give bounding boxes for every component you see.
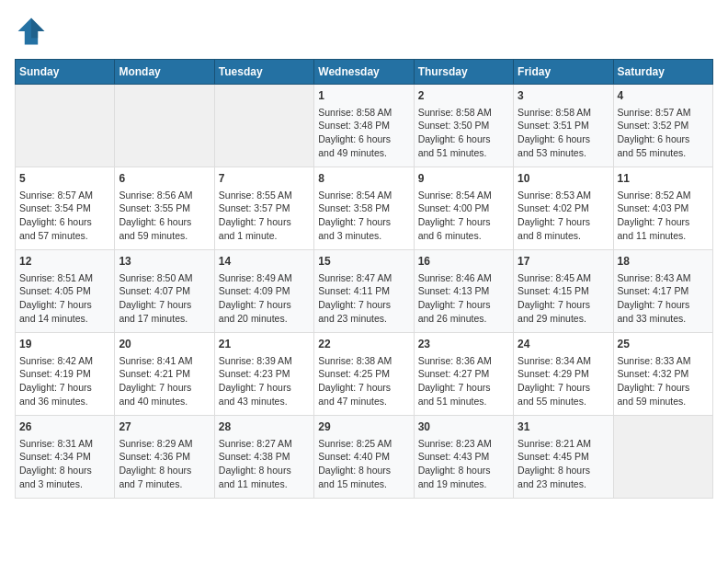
day-number: 15 xyxy=(318,254,409,270)
day-number: 17 xyxy=(518,254,609,270)
calendar-table: SundayMondayTuesdayWednesdayThursdayFrid… xyxy=(15,59,713,499)
day-number: 28 xyxy=(219,419,310,435)
calendar-cell: 16Sunrise: 8:46 AM Sunset: 4:13 PM Dayli… xyxy=(414,250,513,333)
calendar-cell: 28Sunrise: 8:27 AM Sunset: 4:38 PM Dayli… xyxy=(214,416,313,499)
day-info: Sunrise: 8:55 AM Sunset: 3:57 PM Dayligh… xyxy=(219,189,310,243)
calendar-cell: 23Sunrise: 8:36 AM Sunset: 4:27 PM Dayli… xyxy=(414,333,513,416)
day-number: 20 xyxy=(119,337,210,352)
day-number: 14 xyxy=(219,254,310,270)
calendar-cell: 13Sunrise: 8:50 AM Sunset: 4:07 PM Dayli… xyxy=(115,250,214,333)
day-info: Sunrise: 8:58 AM Sunset: 3:48 PM Dayligh… xyxy=(318,106,409,160)
day-number: 2 xyxy=(418,88,509,104)
calendar-cell: 18Sunrise: 8:43 AM Sunset: 4:17 PM Dayli… xyxy=(613,250,712,333)
calendar-week-row: 1Sunrise: 8:58 AM Sunset: 3:48 PM Daylig… xyxy=(16,85,713,167)
day-info: Sunrise: 8:56 AM Sunset: 3:55 PM Dayligh… xyxy=(119,189,210,243)
calendar-cell: 26Sunrise: 8:31 AM Sunset: 4:34 PM Dayli… xyxy=(16,416,115,499)
day-info: Sunrise: 8:31 AM Sunset: 4:34 PM Dayligh… xyxy=(19,437,110,491)
weekday-header-wednesday: Wednesday xyxy=(314,60,414,85)
day-info: Sunrise: 8:57 AM Sunset: 3:52 PM Dayligh… xyxy=(618,106,709,160)
day-number: 1 xyxy=(318,88,409,104)
day-info: Sunrise: 8:25 AM Sunset: 4:40 PM Dayligh… xyxy=(318,437,409,491)
day-info: Sunrise: 8:36 AM Sunset: 4:27 PM Dayligh… xyxy=(418,354,509,408)
calendar-cell: 6Sunrise: 8:56 AM Sunset: 3:55 PM Daylig… xyxy=(115,167,214,250)
day-number: 21 xyxy=(219,337,310,352)
calendar-cell: 22Sunrise: 8:38 AM Sunset: 4:25 PM Dayli… xyxy=(314,333,414,416)
calendar-cell xyxy=(115,85,214,167)
day-info: Sunrise: 8:46 AM Sunset: 4:13 PM Dayligh… xyxy=(418,271,509,326)
calendar-cell: 17Sunrise: 8:45 AM Sunset: 4:15 PM Dayli… xyxy=(514,250,613,333)
day-number: 3 xyxy=(518,88,609,104)
day-number: 6 xyxy=(119,171,210,187)
calendar-cell: 29Sunrise: 8:25 AM Sunset: 4:40 PM Dayli… xyxy=(314,416,414,499)
calendar-cell: 2Sunrise: 8:58 AM Sunset: 3:50 PM Daylig… xyxy=(414,85,513,167)
calendar-week-row: 12Sunrise: 8:51 AM Sunset: 4:05 PM Dayli… xyxy=(16,250,713,333)
weekday-header-thursday: Thursday xyxy=(414,60,513,85)
calendar-cell: 4Sunrise: 8:57 AM Sunset: 3:52 PM Daylig… xyxy=(613,85,712,167)
day-number: 26 xyxy=(19,419,110,435)
calendar-cell: 8Sunrise: 8:54 AM Sunset: 3:58 PM Daylig… xyxy=(314,167,414,250)
day-info: Sunrise: 8:50 AM Sunset: 4:07 PM Dayligh… xyxy=(119,271,210,326)
day-info: Sunrise: 8:39 AM Sunset: 4:23 PM Dayligh… xyxy=(219,354,310,408)
weekday-header-sunday: Sunday xyxy=(16,60,115,85)
calendar-cell xyxy=(214,85,313,167)
day-number: 8 xyxy=(318,171,409,187)
svg-marker-2 xyxy=(31,18,44,39)
day-number: 31 xyxy=(518,419,609,435)
calendar-cell xyxy=(613,416,712,499)
day-number: 25 xyxy=(618,337,709,352)
calendar-cell: 20Sunrise: 8:41 AM Sunset: 4:21 PM Dayli… xyxy=(115,333,214,416)
day-number: 13 xyxy=(119,254,210,270)
day-number: 29 xyxy=(318,419,409,435)
day-number: 10 xyxy=(518,171,609,187)
day-info: Sunrise: 8:33 AM Sunset: 4:32 PM Dayligh… xyxy=(618,354,709,408)
day-number: 5 xyxy=(19,171,110,187)
day-number: 30 xyxy=(418,419,509,435)
day-info: Sunrise: 8:52 AM Sunset: 4:03 PM Dayligh… xyxy=(618,189,709,243)
day-info: Sunrise: 8:58 AM Sunset: 3:51 PM Dayligh… xyxy=(518,106,609,160)
calendar-cell: 15Sunrise: 8:47 AM Sunset: 4:11 PM Dayli… xyxy=(314,250,414,333)
day-info: Sunrise: 8:54 AM Sunset: 3:58 PM Dayligh… xyxy=(318,189,409,243)
day-number: 27 xyxy=(119,419,210,435)
calendar-week-row: 19Sunrise: 8:42 AM Sunset: 4:19 PM Dayli… xyxy=(16,333,713,416)
day-info: Sunrise: 8:49 AM Sunset: 4:09 PM Dayligh… xyxy=(219,271,310,326)
day-info: Sunrise: 8:57 AM Sunset: 3:54 PM Dayligh… xyxy=(19,189,110,243)
day-info: Sunrise: 8:54 AM Sunset: 4:00 PM Dayligh… xyxy=(418,189,509,243)
day-number: 22 xyxy=(318,337,409,352)
logo xyxy=(15,15,51,48)
day-number: 9 xyxy=(418,171,509,187)
calendar-cell: 5Sunrise: 8:57 AM Sunset: 3:54 PM Daylig… xyxy=(16,167,115,250)
calendar-cell: 1Sunrise: 8:58 AM Sunset: 3:48 PM Daylig… xyxy=(314,85,414,167)
day-info: Sunrise: 8:42 AM Sunset: 4:19 PM Dayligh… xyxy=(19,354,110,408)
calendar-cell xyxy=(16,85,115,167)
weekday-header-monday: Monday xyxy=(115,60,214,85)
calendar-cell: 10Sunrise: 8:53 AM Sunset: 4:02 PM Dayli… xyxy=(514,167,613,250)
logo-icon xyxy=(15,15,48,48)
calendar-week-row: 5Sunrise: 8:57 AM Sunset: 3:54 PM Daylig… xyxy=(16,167,713,250)
calendar-cell: 12Sunrise: 8:51 AM Sunset: 4:05 PM Dayli… xyxy=(16,250,115,333)
page-header xyxy=(15,15,713,48)
day-info: Sunrise: 8:43 AM Sunset: 4:17 PM Dayligh… xyxy=(618,271,709,326)
day-number: 11 xyxy=(618,171,709,187)
weekday-header-tuesday: Tuesday xyxy=(214,60,313,85)
day-info: Sunrise: 8:51 AM Sunset: 4:05 PM Dayligh… xyxy=(19,271,110,326)
calendar-cell: 19Sunrise: 8:42 AM Sunset: 4:19 PM Dayli… xyxy=(16,333,115,416)
calendar-cell: 27Sunrise: 8:29 AM Sunset: 4:36 PM Dayli… xyxy=(115,416,214,499)
calendar-cell: 7Sunrise: 8:55 AM Sunset: 3:57 PM Daylig… xyxy=(214,167,313,250)
day-info: Sunrise: 8:53 AM Sunset: 4:02 PM Dayligh… xyxy=(518,189,609,243)
day-number: 12 xyxy=(19,254,110,270)
weekday-header-row: SundayMondayTuesdayWednesdayThursdayFrid… xyxy=(16,60,713,85)
calendar-cell: 21Sunrise: 8:39 AM Sunset: 4:23 PM Dayli… xyxy=(214,333,313,416)
day-info: Sunrise: 8:41 AM Sunset: 4:21 PM Dayligh… xyxy=(119,354,210,408)
day-info: Sunrise: 8:27 AM Sunset: 4:38 PM Dayligh… xyxy=(219,437,310,491)
day-number: 18 xyxy=(618,254,709,270)
weekday-header-friday: Friday xyxy=(514,60,613,85)
day-number: 4 xyxy=(618,88,709,104)
day-info: Sunrise: 8:47 AM Sunset: 4:11 PM Dayligh… xyxy=(318,271,409,326)
day-info: Sunrise: 8:58 AM Sunset: 3:50 PM Dayligh… xyxy=(418,106,509,160)
calendar-cell: 30Sunrise: 8:23 AM Sunset: 4:43 PM Dayli… xyxy=(414,416,513,499)
day-info: Sunrise: 8:29 AM Sunset: 4:36 PM Dayligh… xyxy=(119,437,210,491)
calendar-week-row: 26Sunrise: 8:31 AM Sunset: 4:34 PM Dayli… xyxy=(16,416,713,499)
day-info: Sunrise: 8:34 AM Sunset: 4:29 PM Dayligh… xyxy=(518,354,609,408)
weekday-header-saturday: Saturday xyxy=(613,60,712,85)
day-info: Sunrise: 8:21 AM Sunset: 4:45 PM Dayligh… xyxy=(518,437,609,491)
